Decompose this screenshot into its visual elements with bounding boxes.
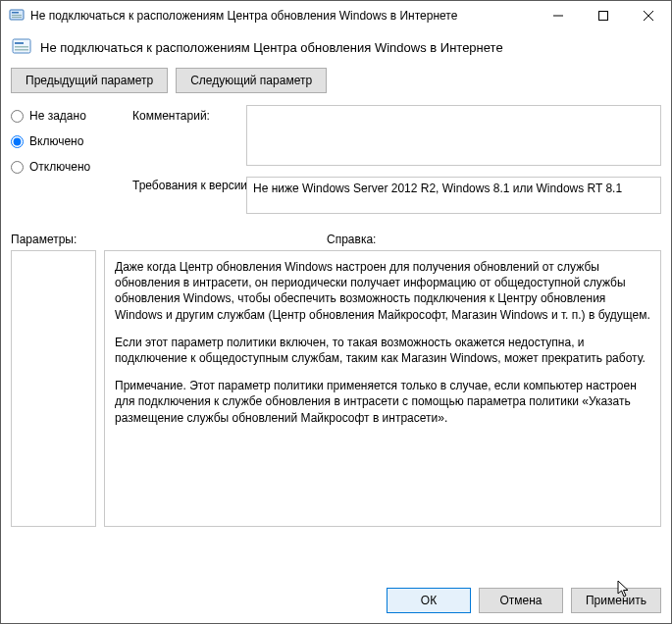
policy-icon [11, 36, 32, 58]
close-button[interactable] [626, 1, 671, 30]
cancel-button[interactable]: Отмена [479, 588, 563, 613]
help-text: Даже когда Центр обновления Windows наст… [105, 251, 660, 445]
apply-button[interactable]: Применить [571, 588, 661, 613]
app-icon [9, 8, 25, 24]
svg-rect-1 [12, 12, 19, 14]
radio-disabled[interactable]: Отключено [11, 160, 127, 174]
radio-enabled-input[interactable] [11, 135, 24, 148]
help-paragraph-1: Даже когда Центр обновления Windows наст… [115, 259, 650, 323]
svg-rect-7 [15, 46, 28, 48]
radio-enabled[interactable]: Включено [11, 134, 127, 148]
comment-textarea[interactable] [246, 105, 661, 166]
svg-rect-6 [15, 42, 24, 44]
policy-subheader: Не подключаться к расположениям Центра о… [1, 30, 671, 68]
radio-not-configured-input[interactable] [11, 110, 24, 123]
policy-editor-window: Не подключаться к расположениям Центра о… [0, 0, 672, 624]
comment-label: Комментарий: [132, 105, 240, 123]
panes-header: Параметры: Справка: [1, 223, 671, 250]
radio-not-configured[interactable]: Не задано [11, 109, 127, 123]
nav-row: Предыдущий параметр Следующий параметр [1, 68, 671, 103]
parameters-label: Параметры: [11, 233, 327, 246]
svg-rect-2 [12, 15, 22, 16]
svg-rect-3 [12, 17, 22, 18]
requirements-textarea[interactable] [246, 177, 661, 214]
dialog-footer: ОК Отмена Применить [1, 580, 671, 623]
help-pane[interactable]: Даже когда Центр обновления Windows наст… [104, 250, 661, 527]
minimize-button[interactable] [536, 1, 581, 30]
state-radio-group: Не задано Включено Отключено [11, 105, 127, 217]
svg-rect-8 [15, 49, 28, 51]
config-grid: Не задано Включено Отключено Комментарий… [1, 103, 671, 223]
ok-button[interactable]: ОК [387, 588, 471, 613]
help-label: Справка: [327, 233, 376, 246]
titlebar: Не подключаться к расположениям Центра о… [1, 1, 671, 30]
previous-setting-button[interactable]: Предыдущий параметр [11, 68, 168, 93]
help-paragraph-2: Если этот параметр политики включен, то … [115, 335, 650, 366]
radio-disabled-label: Отключено [29, 160, 90, 174]
radio-enabled-label: Включено [29, 134, 83, 148]
requirements-label: Требования к версии: [132, 177, 240, 217]
window-title: Не подключаться к расположениям Центра о… [30, 9, 536, 23]
help-paragraph-3: Примечание. Этот параметр политики приме… [115, 378, 650, 426]
svg-rect-4 [599, 12, 608, 21]
panes: Даже когда Центр обновления Windows наст… [1, 250, 671, 580]
radio-not-configured-label: Не задано [29, 109, 86, 123]
parameters-pane [11, 250, 96, 527]
policy-subtitle: Не подключаться к расположениям Центра о… [40, 40, 503, 55]
window-controls [536, 1, 671, 30]
radio-disabled-input[interactable] [11, 161, 24, 174]
next-setting-button[interactable]: Следующий параметр [176, 68, 327, 93]
maximize-button[interactable] [581, 1, 626, 30]
